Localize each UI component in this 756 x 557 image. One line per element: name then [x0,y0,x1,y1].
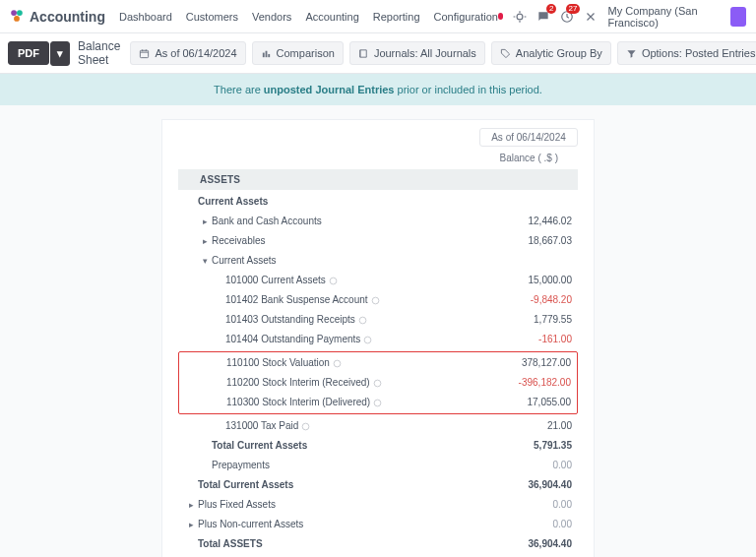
journals-label: Journals: All Journals [374,47,476,59]
svg-point-15 [374,400,381,406]
row-110100[interactable]: 110100 Stock Valuation 378,127.00 [179,353,577,373]
banner-pre: There are [214,84,264,95]
caret-down-icon[interactable]: ▾ [198,254,212,268]
bug-icon[interactable] [513,10,527,24]
info-icon[interactable] [373,399,382,407]
nav-configuration[interactable]: Configuration [434,11,498,23]
comparison-button[interactable]: Comparison [252,41,344,65]
company-selector[interactable]: My Company (San Francisco) [607,5,721,29]
nav-accounting[interactable]: Accounting [305,11,358,23]
balance-column-label: Balance ( .$ ) [178,153,578,163]
avatar[interactable] [730,7,746,27]
banner-post: prior or included in this period. [394,84,541,95]
svg-rect-6 [262,52,264,57]
row-current-assets-group[interactable]: ▾ Current Assets [178,251,578,271]
calendar-icon [139,48,150,59]
info-icon[interactable] [371,296,380,305]
book-icon [358,48,369,59]
row-101000[interactable]: 101000 Current Assets 15,000.00 [178,271,578,290]
column-date-header: As of 06/14/2024 [479,128,578,147]
row-prepayments[interactable]: Prepayments 0.00 [178,456,578,475]
systray: 2 27 My Company (San Francisco) [498,5,746,29]
row-total-assets: Total ASSETS 36,904.40 [178,534,578,554]
info-icon[interactable] [301,422,310,431]
info-icon[interactable] [358,316,367,325]
app-logo-icon [10,9,24,25]
balance-sheet-card: As of 06/14/2024 Balance ( .$ ) ASSETS C… [161,119,595,557]
svg-point-12 [364,337,371,343]
row-101404[interactable]: 101404 Outstanding Payments -161.00 [178,330,578,349]
row-101403[interactable]: 101403 Outstanding Receipts 1,779.55 [178,310,578,330]
pdf-caret-button[interactable]: ▾ [50,41,70,66]
chart-icon [261,48,272,59]
info-icon[interactable] [333,359,342,368]
nav-vendors[interactable]: Vendors [252,11,291,23]
svg-point-1 [17,10,23,16]
activity-badge: 27 [566,4,581,14]
row-receivables[interactable]: ▸ Receivables 18,667.03 [178,231,578,251]
svg-point-16 [302,423,309,430]
top-nav: Accounting Dashboard Customers Vendors A… [0,0,756,33]
row-plus-fixed[interactable]: ▸ Plus Fixed Assets 0.00 [178,495,578,515]
caret-right-icon[interactable]: ▸ [184,518,198,531]
journals-button[interactable]: Journals: All Journals [349,41,485,65]
options-label: Options: Posted Entries Only , Accrual B… [642,47,756,59]
activity-icon[interactable]: 27 [560,10,574,24]
highlight-stock-rows: 110100 Stock Valuation 378,127.00 110200… [178,351,578,414]
row-110300[interactable]: 110300 Stock Interim (Delivered) 17,055.… [179,393,577,412]
filter-icon [626,48,637,59]
svg-point-14 [374,380,381,387]
options-button[interactable]: Options: Posted Entries Only , Accrual B… [617,41,756,65]
analytic-label: Analytic Group By [516,47,602,59]
row-110200[interactable]: 110200 Stock Interim (Received) -396,182… [179,373,577,393]
svg-point-2 [14,15,20,21]
pdf-button[interactable]: PDF [8,41,49,65]
chat-badge: 2 [546,4,556,14]
nav-reporting[interactable]: Reporting [373,11,420,23]
info-icon[interactable] [363,336,372,344]
svg-rect-8 [268,53,270,56]
svg-point-3 [518,14,524,20]
svg-point-0 [11,10,17,16]
svg-point-10 [372,297,379,304]
record-indicator-icon[interactable] [498,13,504,20]
report-toolbar: PDF ▾ Balance Sheet As of 06/14/2024 Com… [0,33,756,74]
row-bank-cash[interactable]: ▸ Bank and Cash Accounts 12,446.02 [178,212,578,231]
asof-label: As of 06/14/2024 [155,47,236,59]
chat-icon[interactable]: 2 [536,10,550,24]
info-icon[interactable] [373,379,382,388]
tools-icon[interactable] [584,10,598,24]
comparison-label: Comparison [277,47,335,59]
section-assets: ASSETS [178,169,578,190]
nav-dashboard[interactable]: Dashboard [119,11,172,23]
svg-point-13 [334,360,341,367]
nav-customers[interactable]: Customers [186,11,238,23]
svg-rect-5 [141,50,149,57]
svg-rect-7 [265,50,267,56]
info-icon[interactable] [329,277,338,285]
banner-mid: unposted Journal Entries [264,84,395,95]
analytic-button[interactable]: Analytic Group By [491,41,611,65]
svg-point-11 [359,317,366,324]
row-total-ca-inner: Total Current Assets 5,791.35 [178,436,578,456]
nav-links: Dashboard Customers Vendors Accounting R… [119,11,498,23]
svg-point-9 [330,278,337,284]
tag-icon [500,48,511,59]
row-current-assets-header: Current Assets [178,192,578,212]
asof-button[interactable]: As of 06/14/2024 [130,41,245,65]
caret-right-icon[interactable]: ▸ [198,215,212,228]
row-plus-nca[interactable]: ▸ Plus Non-current Assets 0.00 [178,515,578,534]
caret-right-icon[interactable]: ▸ [198,234,212,248]
row-131000[interactable]: 131000 Tax Paid 21.00 [178,416,578,436]
app-brand[interactable]: Accounting [30,9,105,25]
caret-right-icon[interactable]: ▸ [184,498,198,512]
report-title: Balance Sheet [78,39,120,67]
row-total-ca: Total Current Assets 36,904.40 [178,475,578,495]
unposted-entries-banner[interactable]: There are unposted Journal Entries prior… [0,74,756,105]
row-101402[interactable]: 101402 Bank Suspense Account -9,848.20 [178,290,578,310]
